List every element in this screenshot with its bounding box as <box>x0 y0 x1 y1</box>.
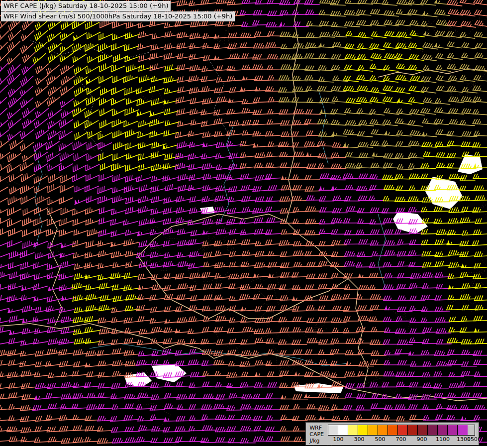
map-titles: WRF CAPE (J/kg) Saturday 18-10-2025 15:0… <box>1 1 235 22</box>
legend-colorbar: 100300500700900110013001500 <box>328 425 475 444</box>
wind-barb-map-canvas <box>0 0 487 448</box>
legend-swatch-row <box>328 425 475 436</box>
legend-swatch <box>458 425 468 435</box>
title-shear-line: WRF Wind shear (m/s) 500/1000hPa Saturda… <box>1 11 235 21</box>
legend-label-variable: CAPE <box>309 431 324 438</box>
legend-tick-value: 1500 <box>467 436 481 443</box>
legend-swatch <box>368 425 378 435</box>
legend-swatch <box>398 425 408 435</box>
legend-tick-value: 1100 <box>436 436 450 443</box>
legend-swatch <box>438 425 448 435</box>
legend-swatch <box>428 425 438 435</box>
legend-tick-value: 500 <box>375 436 386 443</box>
legend-swatch <box>448 425 458 435</box>
cape-legend: WRF CAPE J/kg 10030050070090011001300150… <box>305 422 479 446</box>
legend-swatch <box>378 425 388 435</box>
legend-swatch <box>408 425 418 435</box>
legend-swatch <box>338 425 348 435</box>
legend-tick-row: 100300500700900110013001500 <box>328 436 475 443</box>
legend-tick-value: 100 <box>333 436 344 443</box>
weather-map: WRF CAPE (J/kg) Saturday 18-10-2025 15:0… <box>0 0 487 448</box>
legend-tick-value: 700 <box>396 436 406 443</box>
legend-label-units: J/kg <box>309 438 324 444</box>
legend-swatch <box>348 425 358 435</box>
legend-label: WRF CAPE J/kg <box>309 425 324 444</box>
legend-swatch <box>388 425 398 435</box>
legend-label-model: WRF <box>309 425 324 431</box>
legend-tick-value: 900 <box>417 436 427 443</box>
title-cape-line: WRF CAPE (J/kg) Saturday 18-10-2025 15:0… <box>1 1 171 11</box>
legend-swatch <box>358 425 368 435</box>
legend-tick-value: 300 <box>354 436 365 443</box>
legend-swatch <box>328 425 338 435</box>
legend-swatch <box>418 425 428 435</box>
